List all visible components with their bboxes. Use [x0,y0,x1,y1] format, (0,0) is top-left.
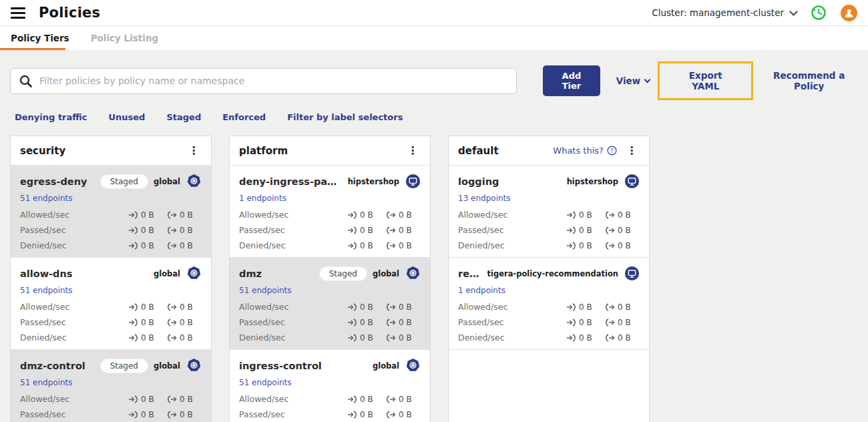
ingress-traffic-icon [566,226,576,234]
egress-traffic-icon [386,211,396,219]
ingress-traffic-icon [347,395,357,403]
tier-menu-kebab-icon[interactable]: ⋮ [186,144,202,158]
endpoints-link[interactable]: 51 endpoints [20,286,73,295]
ingress-traffic-icon [566,334,576,342]
egress-value: 0 B [180,241,193,250]
policy-name: dmz-control [20,361,85,371]
hamburger-menu-icon[interactable] [11,7,25,19]
egress-value: 0 B [618,318,631,327]
endpoints-link[interactable]: 1 endpoints [458,286,505,295]
metric-row: Allowed/sec 0 B 0 B [20,394,202,404]
ingress-traffic-icon [128,334,138,342]
policy-scope-label: global [373,269,399,278]
ingress-value: 0 B [141,241,154,250]
egress-value: 0 B [618,226,631,235]
ingress-traffic-icon [347,303,357,311]
recommend-policy-button[interactable]: Recommend a Policy [760,70,858,91]
metric-row: Allowed/sec 0 B 0 B [458,302,640,312]
endpoints-link[interactable]: 51 endpoints [239,378,292,387]
cluster-selector[interactable]: Cluster: management-cluster [652,7,797,18]
ingress-traffic-icon [347,319,357,327]
metric-row: Denied/sec 0 B 0 B [458,333,640,343]
tab-policy-listing[interactable]: Policy Listing [80,26,170,50]
ingress-value: 0 B [360,410,373,419]
egress-value: 0 B [399,333,412,343]
egress-value: 0 B [180,210,193,220]
tier-menu-kebab-icon[interactable]: ⋮ [624,144,640,158]
metric-label: Passed/sec [20,409,66,419]
export-yaml-button[interactable]: Export YAML [676,70,735,91]
filter-denying-traffic[interactable]: Denying traffic [15,112,87,122]
tier-menu-kebab-icon[interactable]: ⋮ [405,144,421,158]
policy-name: egress-deny [20,176,87,187]
page-title: Policies [39,5,100,21]
egress-value: 0 B [399,210,412,220]
metric-row: Passed/sec 0 B 0 B [458,317,640,327]
egress-traffic-icon [167,226,177,234]
metrics-list: Allowed/sec 0 B 0 B Passed/sec [458,302,640,343]
global-scope-icon [186,174,202,189]
egress-value: 0 B [399,302,412,312]
view-dropdown-label: View [616,75,640,86]
metric-row: Passed/sec 0 B 0 B [20,317,202,327]
policy-search[interactable] [10,68,517,94]
tier-header: platform ? ⋮ [230,136,430,166]
metric-label: Allowed/sec [239,210,288,220]
search-input[interactable] [39,75,508,86]
policy-card-deny-ingress-paymentservi[interactable]: deny-ingress-paymentservi... hipstershop [230,166,430,258]
egress-value: 0 B [180,395,193,404]
egress-traffic-icon [167,303,177,311]
active-tab-underline [0,48,65,50]
ingress-value: 0 B [141,302,154,312]
policy-card-dmz-control[interactable]: dmz-control Staged global [11,350,211,422]
egress-value: 0 B [618,210,631,220]
filter-label-selectors[interactable]: Filter by label selectors [287,112,403,122]
metric-row: Denied/sec 0 B 0 B [20,333,202,343]
filter-unused[interactable]: Unused [108,112,145,122]
policy-card-logging[interactable]: logging hipstershop [449,166,649,258]
metrics-list: Allowed/sec 0 B 0 B Passed/sec [20,394,202,422]
view-dropdown-button[interactable]: View [616,75,650,86]
metric-label: Denied/sec [20,240,67,250]
global-scope-icon [405,358,421,373]
filter-enforced[interactable]: Enforced [222,112,266,122]
ingress-value: 0 B [360,302,373,312]
policy-card-restricted[interactable]: restricted tigera-policy-recommendation [449,258,649,350]
metric-label: Allowed/sec [458,302,507,312]
filter-links: Denying traffic Unused Staged Enforced F… [0,100,868,122]
policy-card-dmz[interactable]: dmz Staged global [230,258,430,350]
egress-traffic-icon [167,319,177,327]
ingress-value: 0 B [360,318,373,327]
endpoints-link[interactable]: 13 endpoints [458,194,511,203]
user-avatar[interactable] [841,5,857,21]
ingress-value: 0 B [579,318,592,327]
metric-row: Passed/sec 0 B 0 B [20,225,202,235]
filter-staged[interactable]: Staged [166,112,201,122]
tab-policy-tiers[interactable]: Policy Tiers [0,26,80,50]
policy-card-egress-deny[interactable]: egress-deny Staged global [11,166,211,258]
tier-name: platform [239,145,288,157]
policy-card-allow-dns[interactable]: allow-dns global [11,258,211,350]
metric-label: Denied/sec [239,240,286,250]
ingress-value: 0 B [141,410,154,419]
egress-value: 0 B [399,318,412,327]
policy-name: ingress-control [239,361,322,371]
add-tier-button[interactable]: Add Tier [543,65,600,96]
metric-row: Passed/sec 0 B 0 B [239,317,421,327]
policy-scope-label: hipstershop [567,177,618,186]
endpoints-link[interactable]: 51 endpoints [20,378,73,387]
egress-value: 0 B [618,302,631,312]
history-restore-icon[interactable] [810,4,827,21]
endpoints-link[interactable]: 1 endpoints [239,194,286,203]
egress-value: 0 B [618,241,631,250]
egress-value: 0 B [180,410,193,419]
whats-this-link[interactable]: Whats this? ? [553,146,617,156]
egress-value: 0 B [180,333,193,343]
egress-value: 0 B [180,302,193,312]
namespace-scope-icon [624,266,640,281]
policy-card-ingress-control[interactable]: ingress-control global [230,350,430,422]
endpoints-link[interactable]: 51 endpoints [20,194,73,203]
metric-row: Allowed/sec 0 B 0 B [239,394,421,404]
svg-text:?: ? [610,148,614,154]
endpoints-link[interactable]: 51 endpoints [239,286,292,295]
